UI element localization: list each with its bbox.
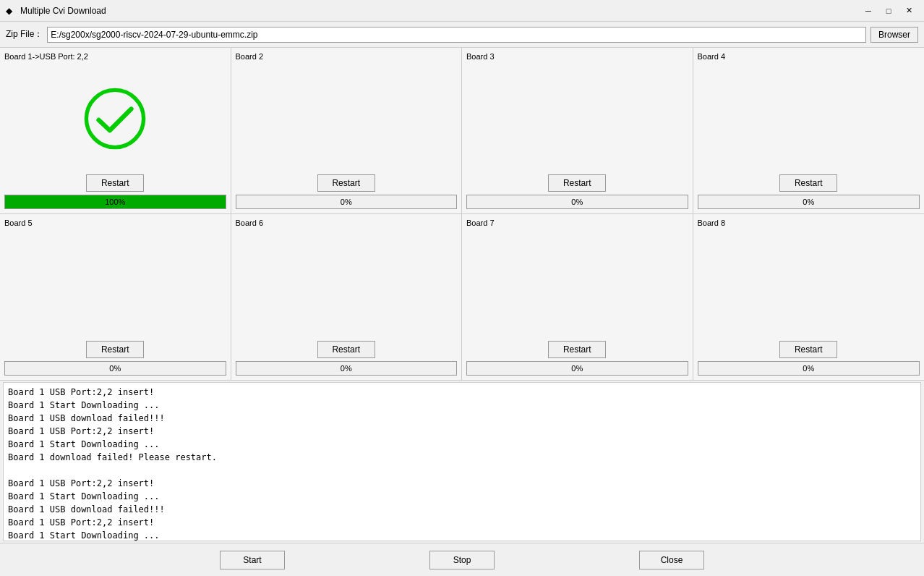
board-panel-7: Board 7Restart0% <box>462 214 693 381</box>
board-8-content <box>698 230 920 342</box>
board-5-progress: 0% <box>4 361 226 376</box>
board-panel-6: Board 6Restart0% <box>231 214 463 381</box>
board-3-content <box>466 64 688 174</box>
board-7-controls: Restart0% <box>466 341 688 376</box>
board-2-progress: 0% <box>236 195 458 209</box>
board-4-controls: Restart0% <box>698 174 920 209</box>
title-bar-controls: ─ □ ✕ <box>859 4 918 18</box>
board-8-progress: 0% <box>698 361 920 376</box>
board-panel-5: Board 5Restart0% <box>0 214 231 381</box>
board-7-title: Board 7 <box>466 219 688 227</box>
board-6-controls: Restart0% <box>236 341 458 376</box>
board-4-title: Board 4 <box>698 52 920 61</box>
zip-bar: Zip File： Browser <box>0 22 924 48</box>
board-1-progress: 100% <box>4 195 226 209</box>
board-5-controls: Restart0% <box>4 341 226 376</box>
board-4-content <box>698 64 920 174</box>
board-5-restart-button[interactable]: Restart <box>86 341 144 358</box>
board-1-content <box>4 64 226 174</box>
board-4-progress-label: 0% <box>698 195 920 208</box>
board-1-progress-label: 100% <box>5 195 226 208</box>
svg-point-0 <box>87 90 144 148</box>
board-7-restart-button[interactable]: Restart <box>548 341 606 358</box>
board-1-restart-button[interactable]: Restart <box>86 174 144 192</box>
board-8-progress-label: 0% <box>698 362 920 375</box>
board-8-title: Board 8 <box>698 219 920 227</box>
title-bar: ◆ Multiple Cvi Download ─ □ ✕ <box>0 0 924 22</box>
minimize-button[interactable]: ─ <box>859 4 878 18</box>
log-area[interactable]: Board 1 USB Port:2,2 insert! Board 1 Sta… <box>3 382 921 541</box>
board-panel-1: Board 1->USB Port: 2,2Restart100% <box>0 48 231 214</box>
board-6-title: Board 6 <box>236 219 458 227</box>
board-7-content <box>466 230 688 342</box>
close-button-bottom[interactable]: Close <box>639 551 704 569</box>
board-2-progress-label: 0% <box>236 195 457 208</box>
board-4-progress: 0% <box>698 195 920 209</box>
board-1-controls: Restart100% <box>4 174 226 209</box>
board-panel-4: Board 4Restart0% <box>693 48 925 214</box>
board-7-progress: 0% <box>466 361 688 376</box>
board-6-progress-label: 0% <box>236 362 457 375</box>
board-2-controls: Restart0% <box>236 174 458 209</box>
board-panel-3: Board 3Restart0% <box>462 48 693 214</box>
board-8-controls: Restart0% <box>698 341 920 376</box>
board-2-restart-button[interactable]: Restart <box>317 174 375 192</box>
start-button[interactable]: Start <box>220 551 285 569</box>
board-5-progress-label: 0% <box>5 362 226 375</box>
board-5-content <box>4 230 226 342</box>
board-3-restart-button[interactable]: Restart <box>548 174 606 192</box>
board-2-title: Board 2 <box>236 52 458 61</box>
app-icon: ◆ <box>6 6 16 16</box>
stop-button[interactable]: Stop <box>429 551 495 569</box>
board-2-content <box>236 64 458 174</box>
maximize-button[interactable]: □ <box>879 4 898 18</box>
board-3-title: Board 3 <box>466 52 688 61</box>
zip-label: Zip File： <box>6 28 43 41</box>
boards-container: Board 1->USB Port: 2,2Restart100%Board 2… <box>0 48 924 381</box>
board-7-progress-label: 0% <box>467 362 688 375</box>
board-1-title: Board 1->USB Port: 2,2 <box>4 52 226 61</box>
zip-input[interactable] <box>47 27 866 43</box>
board-3-controls: Restart0% <box>466 174 688 209</box>
board-8-restart-button[interactable]: Restart <box>779 341 837 358</box>
close-button[interactable]: ✕ <box>899 4 918 18</box>
title-bar-text: Multiple Cvi Download <box>20 6 859 16</box>
board-3-progress-label: 0% <box>467 195 688 208</box>
board-4-restart-button[interactable]: Restart <box>779 174 837 192</box>
board-5-title: Board 5 <box>4 219 226 227</box>
bottom-bar: Start Stop Close <box>0 543 924 576</box>
board-panel-8: Board 8Restart0% <box>693 214 925 381</box>
board-6-progress: 0% <box>236 361 458 376</box>
board-panel-2: Board 2Restart0% <box>231 48 463 214</box>
board-6-content <box>236 230 458 342</box>
board-3-progress: 0% <box>466 195 688 209</box>
browser-button[interactable]: Browser <box>870 27 918 43</box>
board-1-check-icon <box>82 86 147 151</box>
board-6-restart-button[interactable]: Restart <box>317 341 375 358</box>
